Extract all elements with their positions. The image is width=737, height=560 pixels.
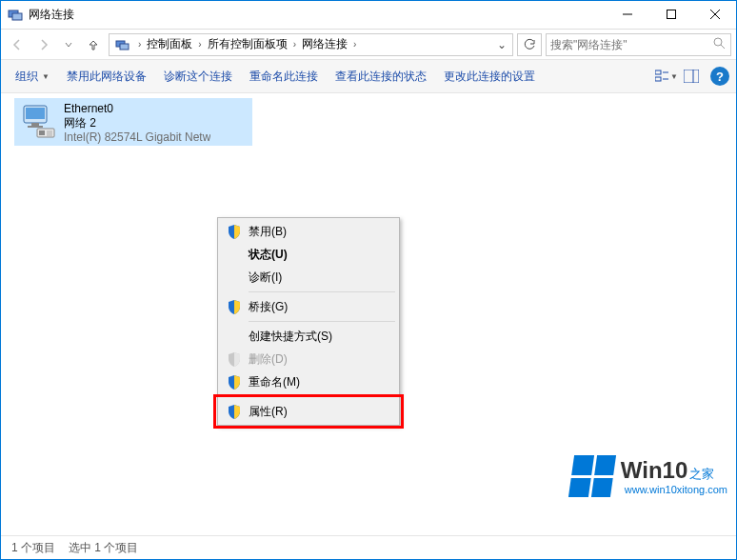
adapter-status: 网络 2 xyxy=(64,116,210,130)
menu-label: 属性(R) xyxy=(245,404,391,420)
svg-line-9 xyxy=(721,45,725,49)
menu-separator xyxy=(249,321,395,322)
svg-rect-21 xyxy=(39,130,45,135)
menu-label: 删除(D) xyxy=(245,351,391,368)
close-button[interactable] xyxy=(693,0,737,29)
windows-logo-icon xyxy=(568,455,616,497)
adapter-device: Intel(R) 82574L Gigabit Netw xyxy=(64,130,210,145)
menu-label: 桥接(G) xyxy=(245,299,391,315)
menu-label: 创建快捷方式(S) xyxy=(245,329,391,345)
chevron-right-icon: › xyxy=(293,39,296,50)
organize-menu[interactable]: 组织▼ xyxy=(8,65,57,89)
diagnose-button[interactable]: 诊断这个连接 xyxy=(156,65,240,89)
view-mode-button[interactable]: ▼ xyxy=(655,65,678,88)
watermark-url: www.win10xitong.com xyxy=(625,484,727,495)
app-icon xyxy=(8,7,23,22)
preview-pane-button[interactable] xyxy=(680,65,703,88)
up-button[interactable] xyxy=(82,33,105,56)
view-status-button[interactable]: 查看此连接的状态 xyxy=(328,65,434,89)
menu-separator xyxy=(249,396,395,397)
history-dropdown[interactable] xyxy=(59,33,78,56)
menu-status[interactable]: 状态(U) xyxy=(220,243,397,266)
shield-icon xyxy=(224,299,245,314)
svg-rect-10 xyxy=(655,70,661,74)
search-box[interactable] xyxy=(546,33,731,56)
menu-label: 重命名(M) xyxy=(245,374,391,390)
network-adapter-tile[interactable]: Ethernet0 网络 2 Intel(R) 82574L Gigabit N… xyxy=(14,98,252,146)
chevron-right-icon: › xyxy=(198,39,201,50)
location-icon xyxy=(115,37,130,52)
item-count: 1 个项目 xyxy=(11,540,55,556)
menu-disable[interactable]: 禁用(B) xyxy=(220,220,397,243)
watermark-sub: 之家 xyxy=(689,466,714,483)
address-bar: › 控制面板 › 所有控制面板项 › 网络连接 › ⌄ xyxy=(0,29,737,59)
svg-rect-1 xyxy=(12,13,22,20)
help-button[interactable]: ? xyxy=(710,67,729,86)
shield-icon xyxy=(224,374,245,390)
breadcrumb-item[interactable]: 网络连接 xyxy=(300,36,349,52)
svg-rect-17 xyxy=(26,108,45,119)
svg-rect-12 xyxy=(655,77,661,81)
toolbar: 组织▼ 禁用此网络设备 诊断这个连接 重命名此连接 查看此连接的状态 更改此连接… xyxy=(0,59,737,93)
search-input[interactable] xyxy=(550,38,711,51)
breadcrumb-item[interactable]: 所有控制面板项 xyxy=(206,36,289,52)
chevron-right-icon: › xyxy=(353,39,356,50)
menu-label: 禁用(B) xyxy=(245,224,391,240)
forward-button[interactable] xyxy=(32,33,55,56)
status-bar: 1 个项目 选中 1 个项目 xyxy=(0,535,737,560)
title-bar: 网络连接 xyxy=(0,0,737,29)
breadcrumb[interactable]: › 控制面板 › 所有控制面板项 › 网络连接 › ⌄ xyxy=(109,33,513,56)
content-area: Ethernet0 网络 2 Intel(R) 82574L Gigabit N… xyxy=(0,93,737,531)
change-settings-button[interactable]: 更改此连接的设置 xyxy=(436,65,543,89)
menu-label: 状态(U) xyxy=(245,247,391,263)
menu-diagnose[interactable]: 诊断(I) xyxy=(220,266,397,289)
menu-bridge[interactable]: 桥接(G) xyxy=(220,295,397,318)
maximize-button[interactable] xyxy=(649,0,693,29)
svg-rect-3 xyxy=(667,10,676,19)
menu-separator xyxy=(249,291,395,292)
svg-point-8 xyxy=(714,38,722,46)
menu-label: 诊断(I) xyxy=(245,270,391,286)
watermark: Win10 之家 www.win10xitong.com xyxy=(571,455,727,497)
menu-rename[interactable]: 重命名(M) xyxy=(220,370,397,393)
minimize-button[interactable] xyxy=(606,0,649,29)
shield-icon xyxy=(224,224,245,239)
watermark-brand: Win10 xyxy=(621,457,687,484)
menu-create-shortcut[interactable]: 创建快捷方式(S) xyxy=(220,325,397,348)
chevron-down-icon[interactable]: ⌄ xyxy=(493,38,510,51)
chevron-right-icon: › xyxy=(138,39,141,50)
svg-rect-14 xyxy=(684,70,699,83)
menu-delete: 删除(D) xyxy=(220,348,397,370)
disable-device-button[interactable]: 禁用此网络设备 xyxy=(59,65,154,89)
svg-rect-19 xyxy=(28,126,43,128)
refresh-button[interactable] xyxy=(517,33,542,56)
adapter-name: Ethernet0 xyxy=(64,102,210,116)
svg-rect-18 xyxy=(31,123,39,126)
context-menu: 禁用(B) 状态(U) 诊断(I) 桥接(G) 创建快捷方式(S) 删除(D) … xyxy=(217,217,400,426)
search-icon[interactable] xyxy=(711,37,727,52)
window-title: 网络连接 xyxy=(29,7,606,23)
breadcrumb-item[interactable]: 控制面板 xyxy=(145,36,194,52)
adapter-icon xyxy=(20,102,58,140)
shield-icon xyxy=(224,351,245,367)
selected-count: 选中 1 个项目 xyxy=(69,540,138,556)
menu-properties[interactable]: 属性(R) xyxy=(220,400,397,423)
back-button[interactable] xyxy=(6,33,29,56)
rename-button[interactable]: 重命名此连接 xyxy=(242,65,326,89)
shield-icon xyxy=(224,404,245,419)
svg-rect-7 xyxy=(120,44,129,50)
